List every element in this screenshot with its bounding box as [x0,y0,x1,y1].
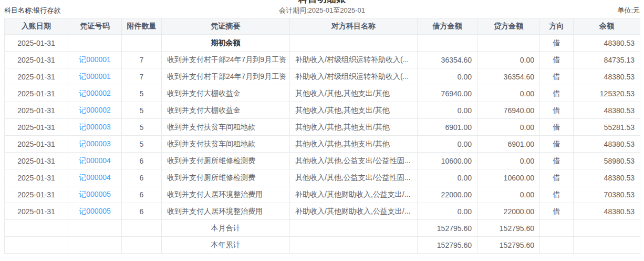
report-title: 科目明细账 [0,0,644,5]
cell-balance: 55281.53 [574,119,640,136]
cell-debit: 0.00 [418,169,477,186]
cell-attach: 5 [122,119,162,136]
cell-voucher: 记000003 [68,119,122,136]
voucher-link[interactable]: 记000004 [79,173,111,182]
voucher-link[interactable]: 记000001 [79,55,111,64]
cell-balance: 58980.53 [574,153,640,169]
cell-balance: 125320.53 [574,85,640,102]
voucher-link[interactable]: 记000003 [79,139,111,148]
cell-date: 2025-01-31 [5,186,68,203]
cell-counterpart [290,237,418,254]
cell-date: 2025-01-31 [5,85,68,102]
cell-date [5,220,68,237]
cell-counterpart: 补助收入/其他财助收入,公益支出/... [290,186,418,203]
cell-counterpart: 补助收入/村级组织运转补助收入(... [290,68,418,85]
voucher-link[interactable]: 记000002 [79,106,111,114]
cell-direction: 借 [540,203,574,220]
cell-attach [122,35,162,52]
cell-voucher: 记000004 [68,153,122,169]
voucher-link[interactable]: 记000003 [79,123,111,131]
cell-attach: 6 [122,186,162,203]
cell-direction: 借 [540,85,574,102]
cell-balance: 48380.53 [574,35,640,52]
cell-direction: 借 [540,35,574,52]
cell-attach: 7 [122,52,162,68]
cell-attach: 6 [122,203,162,220]
cell-debit: 6901.00 [418,119,477,136]
voucher-link[interactable]: 记000005 [79,190,111,198]
account-name-label: 科目名称:银行存款 [4,6,279,15]
cell-date [5,237,68,254]
table-row: 2025-01-31记0000017收到并支付村干部24年7月到9月工资补助收入… [5,52,640,68]
cell-summary: 收到并支付大棚收益金 [162,102,290,119]
cell-balance: 70380.53 [574,186,640,203]
table-row: 本月合计152795.60152795.60 [5,220,640,237]
cell-balance: 48380.53 [574,102,640,119]
cell-summary: 收到并支付厕所维修检测费 [162,153,290,169]
unit-label: 单位:元 [365,6,640,15]
cell-attach: 5 [122,102,162,119]
table-row: 2025-01-31记0000025收到并支付大棚收益金其他收入/其他,其他支出… [5,85,640,102]
cell-counterpart: 其他收入/其他,其他支出/其他 [290,136,418,153]
voucher-link[interactable]: 记000001 [79,72,111,81]
cell-balance: 48380.53 [574,203,640,220]
cell-credit: 0.00 [477,85,540,102]
cell-date: 2025-01-31 [5,136,68,153]
col-header-date: 入账日期 [5,18,68,35]
cell-counterpart: 其他收入/其他,公益支出/公益性固... [290,153,418,169]
cell-voucher [68,220,122,237]
cell-credit: 152795.60 [477,220,540,237]
cell-credit: 0.00 [477,119,540,136]
cell-attach: 7 [122,68,162,85]
cell-date: 2025-01-31 [5,119,68,136]
table-row: 2025-01-31记0000035收到并支付扶贫车间租地款其他收入/其他,其他… [5,136,640,153]
cell-voucher: 记000002 [68,102,122,119]
table-row: 2025-01-31记0000035收到并支付扶贫车间租地款其他收入/其他,其他… [5,119,640,136]
cell-counterpart: 补助收入/其他财助收入,公益支出/... [290,203,418,220]
cell-date: 2025-01-31 [5,68,68,85]
cell-credit: 0.00 [477,52,540,68]
cell-credit: 6901.00 [477,136,540,153]
cell-credit: 0.00 [477,186,540,203]
cell-summary: 期初余额 [162,35,290,52]
cell-summary: 收到并支付村干部24年7月到9月工资 [162,52,290,68]
cell-voucher: 记000001 [68,52,122,68]
cell-debit: 0.00 [418,68,477,85]
cell-summary: 收到并支付扶贫车间租地款 [162,136,290,153]
cell-voucher: 记000005 [68,186,122,203]
cell-date: 2025-01-31 [5,153,68,169]
col-header-credit: 贷方金额 [477,18,540,35]
table-row: 2025-01-31记0000017收到并支付村干部24年7月到9月工资补助收入… [5,68,640,85]
voucher-link[interactable]: 记000002 [79,89,111,97]
col-header-summary: 凭证摘要 [162,18,290,35]
cell-balance: 48380.53 [574,68,640,85]
cell-balance: 48380.53 [574,169,640,186]
voucher-link[interactable]: 记000005 [79,207,111,215]
cell-credit: 0.00 [477,153,540,169]
ledger-table: 入账日期凭证号码附件数量凭证摘要对方科目名称借方金额贷方金额方向余额 2025-… [4,18,640,254]
cell-debit: 76940.00 [418,85,477,102]
cell-credit: 152795.60 [477,237,540,254]
cell-voucher: 记000001 [68,68,122,85]
cell-summary: 收到并支付扶贫车间租地款 [162,119,290,136]
cell-voucher: 记000005 [68,203,122,220]
col-header-debit: 借方金额 [418,18,477,35]
cell-counterpart [290,220,418,237]
cell-voucher: 记000002 [68,85,122,102]
cell-balance: 48380.53 [574,136,640,153]
cell-direction: 借 [540,153,574,169]
cell-attach: 5 [122,85,162,102]
table-row: 2025-01-31记0000025收到并支付大棚收益金其他收入/其他,其他支出… [5,102,640,119]
report-meta-row: 科目名称:银行存款 会计期间:2025-01至2025-01 单位:元 [0,5,644,18]
accounting-period-label: 会计期间:2025-01至2025-01 [279,6,365,15]
table-row: 2025-01-31记0000056收到并支付人居环境整治费用补助收入/其他财助… [5,203,640,220]
cell-date: 2025-01-31 [5,52,68,68]
cell-counterpart: 其他收入/其他,公益支出/公益性固... [290,169,418,186]
cell-summary: 收到并支付人居环境整治费用 [162,203,290,220]
cell-counterpart: 其他收入/其他,其他支出/其他 [290,85,418,102]
cell-direction: 借 [540,119,574,136]
cell-direction: 借 [540,169,574,186]
voucher-link[interactable]: 记000004 [79,156,111,165]
cell-date: 2025-01-31 [5,203,68,220]
cell-date: 2025-01-31 [5,102,68,119]
